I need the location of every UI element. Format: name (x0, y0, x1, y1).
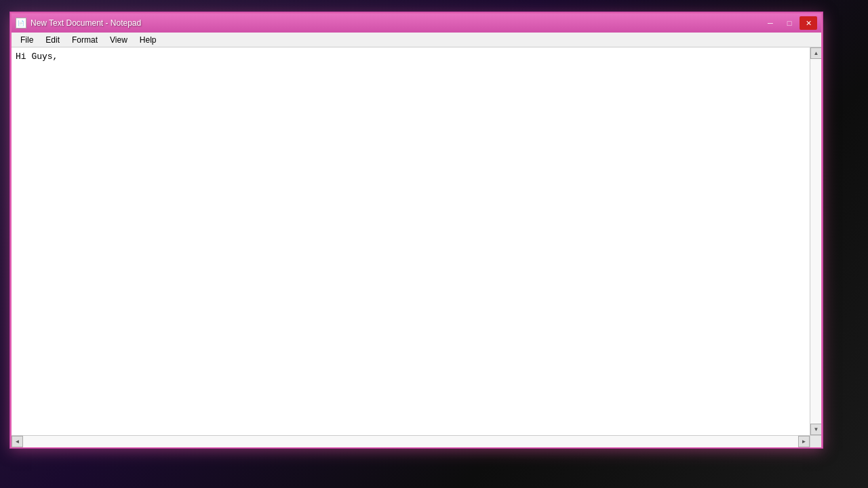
title-bar-left: 📄 New Text Document - Notepad (16, 18, 141, 28)
editor-textarea[interactable]: Hi Guys, (12, 47, 821, 435)
menu-edit[interactable]: Edit (39, 33, 66, 47)
window-title: New Text Document - Notepad (31, 18, 141, 28)
scrollbar-corner (810, 436, 821, 447)
scrollbar-track-v[interactable] (810, 59, 821, 424)
menu-file[interactable]: File (14, 33, 39, 47)
scroll-up-button[interactable]: ▲ (810, 47, 821, 59)
scroll-down-button[interactable]: ▼ (810, 424, 821, 435)
maximize-button[interactable]: □ (781, 16, 798, 30)
notepad-window: 📄 New Text Document - Notepad ─ □ ✕ File… (10, 12, 823, 448)
horizontal-scrollbar: ◄ ► (12, 436, 810, 447)
scroll-right-button[interactable]: ► (798, 436, 810, 447)
menu-bar: File Edit Format View Help (12, 33, 821, 47)
vertical-scrollbar: ▲ ▼ (810, 47, 821, 435)
window-controls: ─ □ ✕ (762, 16, 817, 30)
close-button[interactable]: ✕ (800, 16, 817, 30)
app-icon: 📄 (16, 18, 26, 28)
editor-container: Hi Guys, ▲ ▼ (12, 47, 821, 435)
minimize-button[interactable]: ─ (762, 16, 779, 30)
bottom-bar: ◄ ► (12, 435, 821, 447)
scroll-left-button[interactable]: ◄ (12, 436, 23, 447)
menu-view[interactable]: View (104, 33, 134, 47)
title-bar: 📄 New Text Document - Notepad ─ □ ✕ (12, 14, 821, 33)
menu-help[interactable]: Help (134, 33, 163, 47)
scrollbar-track-h[interactable] (23, 436, 798, 447)
menu-format[interactable]: Format (66, 33, 104, 47)
